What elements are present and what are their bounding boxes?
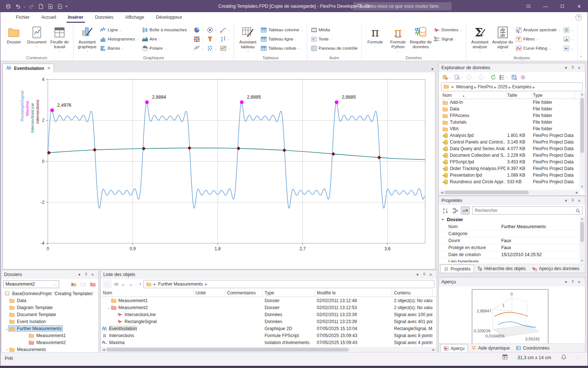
- ribbon-button-ligne[interactable]: Ligne ⌄: [98, 25, 140, 34]
- object-row-intersectionline[interactable]: IntersectionLine Données 02/02/2011 13:2…: [101, 311, 436, 318]
- preview-button[interactable]: ⌄: [453, 73, 465, 81]
- open-folder-button[interactable]: [103, 280, 112, 288]
- up-icon[interactable]: ↑: [139, 281, 141, 287]
- new-folder-red-icon[interactable]: [89, 280, 97, 288]
- ribbon-button-trajectory[interactable]: ⌄: [219, 25, 232, 34]
- selected-tree-item[interactable]: Further Measurements: [8, 325, 63, 332]
- panel-menu-icon[interactable]: ▼: [563, 199, 569, 203]
- pin-icon[interactable]: [83, 272, 89, 277]
- file-row[interactable]: Data Query and Series Anal... 4.077 KB F…: [441, 145, 578, 152]
- settings-gear-icon[interactable]: [519, 73, 527, 81]
- maximize-button[interactable]: [554, 0, 571, 12]
- export-folder-icon[interactable]: [79, 280, 87, 288]
- tree-item-measurement2[interactable]: Measurement2: [1, 339, 98, 346]
- file-row[interactable]: FPAccess File folder: [441, 112, 578, 119]
- objects-hscrollbar[interactable]: ◀▶: [101, 347, 436, 352]
- view-mode-button[interactable]: ⌄: [498, 73, 509, 81]
- panel-menu-icon[interactable]: ▼: [563, 280, 569, 284]
- ribbon-button-curve-fitting[interactable]: Curve Fitting ⌄: [514, 44, 562, 53]
- data-source-button[interactable]: ⌄: [441, 73, 452, 81]
- tree-item-event-isolation[interactable]: Event Isolation: [1, 318, 98, 325]
- breadcrumb-segment[interactable]: FlexPro: [478, 84, 493, 89]
- ribbon-tab-données[interactable]: Données: [89, 12, 119, 23]
- file-row[interactable]: Data File folder: [441, 106, 578, 112]
- properties-search[interactable]: [472, 206, 583, 215]
- ribbon-button-m-dia[interactable]: Média: [309, 25, 359, 34]
- explorer-hscrollbar[interactable]: ◀▶: [439, 190, 580, 195]
- ribbon-button-bo-te-moustaches[interactable]: Boîte à moustaches ⌄: [140, 25, 192, 34]
- property-group-header[interactable]: Dossier: [441, 216, 579, 223]
- ribbon-button-histo-green[interactable]: ⌄: [562, 35, 575, 43]
- ribbon-button-barres[interactable]: Barres ⌄: [98, 44, 140, 53]
- tab-hi-rarchie-des-objets[interactable]: Hiérarchie des objets: [474, 265, 529, 273]
- column-header-modifi-le[interactable]: Modifié le: [315, 289, 392, 297]
- tab-list-dropdown-icon[interactable]: ▼: [431, 67, 434, 71]
- property-row[interactable]: Protégé en écritureFaux: [441, 244, 579, 251]
- tree-expander[interactable]: ›: [4, 348, 9, 351]
- ribbon-button-polaire[interactable]: Polaire ⌄: [140, 44, 192, 53]
- import-folder-icon[interactable]: [69, 280, 78, 288]
- breadcrumb-segment[interactable]: Examples: [512, 84, 532, 89]
- panel-menu-icon[interactable]: ▼: [76, 273, 83, 277]
- tree-item-measurement1[interactable]: Measurement1: [1, 332, 98, 339]
- index-button[interactable]: [510, 73, 518, 81]
- ribbon-button-funnel[interactable]: ⌄: [205, 35, 219, 43]
- ribbon-button-formule[interactable]: π Formule Python ⌄: [387, 25, 409, 54]
- explorer-vscrollbar[interactable]: ▲▼: [580, 92, 585, 190]
- object-breadcrumb[interactable]: ▶ Further Measurements ▶: [143, 280, 434, 288]
- column-header-contenu[interactable]: Contenu: [392, 289, 433, 297]
- ribbon-button-aire[interactable]: Aire ⌄: [140, 35, 192, 43]
- tab-aper-u[interactable]: Aperçu: [440, 344, 468, 352]
- ribbon-button-bubble[interactable]: ⌄: [205, 25, 219, 34]
- ribbon-button-feuille-de[interactable]: Feuille de travail ⌄: [48, 25, 71, 54]
- ribbon-button-tableau-cellule[interactable]: Tableau cellule ⌄: [259, 44, 304, 53]
- ribbon-button-tableau-colonne[interactable]: Tableau colonne ⌄: [259, 25, 304, 34]
- pin-icon[interactable]: [569, 198, 576, 203]
- ribbon-button-assistant[interactable]: Assistant graphique ⌄: [76, 25, 98, 54]
- minimize-button[interactable]: —: [537, 0, 554, 12]
- breadcrumb-segment[interactable]: Weisang: [456, 84, 473, 89]
- tab-coordonn-es[interactable]: Coordonnées: [513, 344, 552, 352]
- tab-eventisolation[interactable]: EventIsolation ✕: [3, 64, 54, 72]
- properties-vscrollbar[interactable]: ▲▼: [580, 216, 585, 263]
- tab-close-icon[interactable]: ✕: [47, 66, 50, 71]
- pin-icon[interactable]: [569, 280, 576, 284]
- property-row[interactable]: Catégorie: [441, 230, 579, 237]
- categorize-icon[interactable]: [451, 206, 460, 215]
- ribbon-button-donn-es[interactable]: Données ⌄: [432, 25, 464, 34]
- file-row[interactable]: Analysis.fpd 1.801 KB FlexPro Project Da…: [441, 132, 578, 139]
- ribbon-tab-accueil[interactable]: Accueil: [36, 12, 62, 23]
- close-icon[interactable]: ✕: [89, 273, 96, 277]
- ribbon-button-document[interactable]: Document ⌄: [25, 25, 48, 54]
- column-header-taille[interactable]: Taille: [506, 92, 531, 99]
- file-row[interactable]: Tutorials File folder: [441, 119, 578, 125]
- close-icon[interactable]: ✕: [576, 66, 582, 70]
- page-setup-icon[interactable]: [502, 354, 508, 361]
- ribbon-button-errorbar[interactable]: ⌄: [219, 35, 232, 43]
- file-row[interactable]: Order Tracking Analysis.FPD 8.397 KB Fle…: [441, 165, 578, 172]
- ribbon-button-assistant[interactable]: Σ Assistant analyse ⌄: [469, 25, 491, 54]
- column-header-nom[interactable]: Nom: [101, 289, 194, 297]
- forward-icon[interactable]: →: [128, 281, 133, 287]
- property-row[interactable]: Lien hypertexte: [441, 258, 579, 262]
- file-row[interactable]: VBA File folder: [441, 125, 578, 132]
- property-row[interactable]: Date de création15/12/2010 14:25:52: [441, 251, 579, 258]
- tab-aide-dynamique[interactable]: Aide dynamique: [468, 344, 513, 352]
- ribbon-button-panneau-de-contr-le[interactable]: Panneau de contrôle: [309, 44, 359, 53]
- breadcrumb-folder[interactable]: Further Measurements: [158, 282, 203, 287]
- column-header-nom[interactable]: Nom▲: [441, 92, 506, 99]
- tree-item-document-template[interactable]: Document Template: [1, 311, 98, 318]
- ribbon-tab-affichage[interactable]: Affichage: [119, 12, 150, 23]
- ribbon-button-analyse-du[interactable]: dydx Analyse du signal ⌄: [491, 25, 514, 54]
- file-row[interactable]: FPScript.fpd 3.453 KB FlexPro Project Da…: [441, 159, 578, 165]
- object-row-maxima[interactable]: Maxima Isolation d'événements 07/05/2025…: [101, 339, 436, 346]
- ribbon-button-histogrammes[interactable]: Histogrammes ⌄: [98, 35, 140, 43]
- ribbon-tab-insérer[interactable]: Insérer: [62, 12, 89, 23]
- pin-icon[interactable]: [421, 272, 427, 277]
- property-row[interactable]: OuvrirFaux: [441, 237, 579, 244]
- properties-search-input[interactable]: [475, 208, 576, 213]
- close-icon[interactable]: ✕: [427, 273, 434, 277]
- help-icon[interactable]: ?: [576, 14, 582, 21]
- close-icon[interactable]: ✕: [576, 199, 582, 203]
- ribbon-button-tableau-ligne[interactable]: Tableau ligne ⌄: [259, 35, 304, 43]
